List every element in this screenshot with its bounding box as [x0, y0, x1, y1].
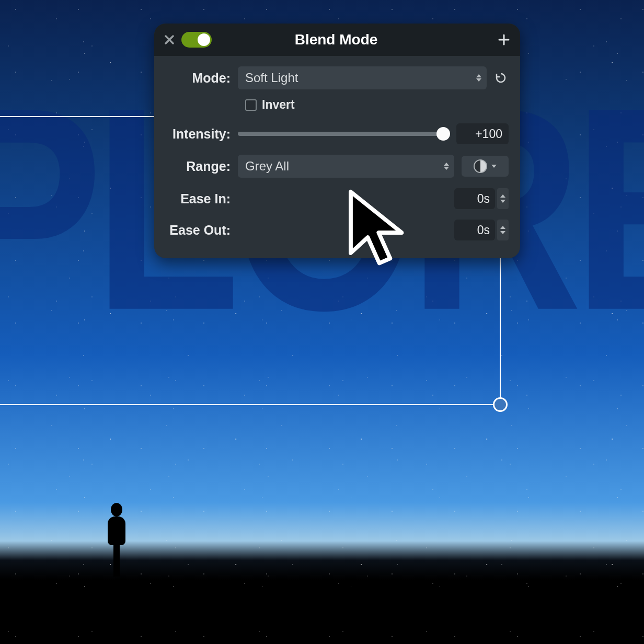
close-button[interactable] — [165, 33, 174, 47]
invert-row: Invert — [245, 98, 509, 112]
stepper-arrows-icon — [444, 163, 449, 170]
intensity-row: Intensity: +100 — [166, 123, 509, 144]
mode-reset-button[interactable] — [493, 72, 509, 84]
slider-thumb[interactable] — [436, 127, 450, 141]
blend-mode-panel: Blend Mode Mode: Soft Light — [154, 24, 520, 258]
ease-in-stepper[interactable] — [497, 188, 509, 209]
range-visual-dropdown[interactable] — [462, 156, 509, 177]
ease-in-label: Ease In: — [166, 191, 238, 206]
add-button[interactable] — [498, 31, 510, 48]
invert-label: Invert — [262, 98, 295, 112]
effect-enabled-toggle[interactable] — [181, 32, 212, 48]
chevron-down-icon — [491, 165, 497, 168]
undo-icon — [494, 72, 507, 84]
mode-select-value: Soft Light — [245, 71, 298, 85]
stepper-arrows-icon — [476, 74, 481, 82]
ease-out-label: Ease Out: — [166, 223, 238, 238]
silhouette-figure — [102, 503, 131, 576]
panel-header: Blend Mode — [154, 24, 520, 56]
panel-title: Blend Mode — [174, 31, 498, 48]
intensity-value-input[interactable]: +100 — [456, 123, 509, 144]
ease-out-stepper[interactable] — [497, 220, 509, 240]
intensity-label: Intensity: — [166, 126, 238, 142]
ease-in-value-input[interactable]: 0s — [454, 188, 495, 209]
range-label: Range: — [166, 159, 238, 174]
half-moon-icon — [474, 159, 487, 173]
ease-out-row: Ease Out: 0s — [166, 220, 509, 240]
selection-resize-handle[interactable] — [493, 397, 508, 412]
invert-checkbox[interactable] — [245, 99, 257, 111]
range-select[interactable]: Grey All — [238, 155, 454, 178]
range-row: Range: Grey All — [166, 155, 509, 178]
editor-canvas: PLORE Blend Mode Mode: Sof — [0, 0, 644, 644]
mode-label: Mode: — [166, 71, 238, 86]
mode-row: Mode: Soft Light — [166, 66, 509, 89]
intensity-slider[interactable] — [238, 132, 449, 136]
ease-in-row: Ease In: 0s — [166, 188, 509, 209]
mode-select[interactable]: Soft Light — [238, 66, 487, 89]
ease-out-value-input[interactable]: 0s — [454, 220, 495, 240]
range-select-value: Grey All — [245, 159, 289, 174]
